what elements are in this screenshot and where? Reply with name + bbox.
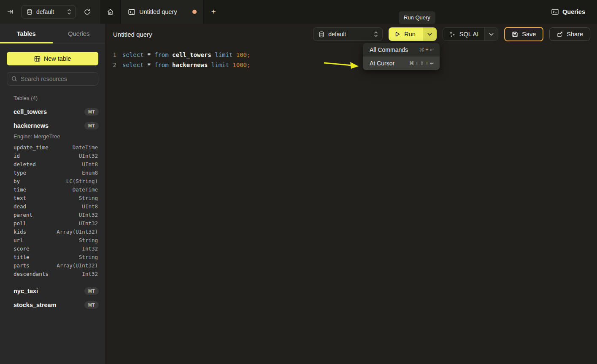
- column-row[interactable]: pollUInt32: [0, 219, 105, 227]
- column-row[interactable]: deletedUInt8: [0, 160, 105, 168]
- queries-button[interactable]: Queries: [551, 0, 585, 24]
- sidebar: Tables Queries New table Tables (4) cell…: [0, 24, 105, 364]
- menu-item-shortcut: ⌘ + ↵: [419, 47, 434, 53]
- sidebar-tab-tables[interactable]: Tables: [0, 24, 53, 43]
- sql-ai-caret[interactable]: [484, 28, 498, 40]
- column-row[interactable]: urlString: [0, 236, 105, 244]
- new-tab-button[interactable]: +: [204, 0, 223, 24]
- search-resources-input[interactable]: [21, 75, 97, 82]
- chevron-updown-icon: [374, 31, 378, 37]
- engine-label: Engine: MergeTree: [0, 132, 105, 143]
- menu-item-label: At Cursor: [370, 60, 394, 67]
- sql-editor[interactable]: 1 select * from cell_towers limit 100; 2…: [105, 45, 597, 364]
- column-row[interactable]: titleString: [0, 253, 105, 261]
- database-icon: [319, 31, 324, 38]
- menu-item-all-commands[interactable]: All Commands ⌘ + ↵: [363, 43, 440, 57]
- play-icon: [394, 31, 400, 37]
- column-row[interactable]: kidsArray(UInt32): [0, 227, 105, 236]
- app-window: default Untitled query +: [0, 0, 597, 364]
- sql-ai-split-button: SQL AI: [443, 27, 498, 41]
- search-icon: [11, 76, 17, 82]
- run-query-tooltip: Run Query: [399, 11, 435, 24]
- engine-badge: MT: [84, 287, 99, 295]
- run-button[interactable]: Run: [389, 27, 423, 41]
- database-selector-value: default: [328, 31, 370, 38]
- top-bar-left: default: [0, 0, 100, 24]
- save-button[interactable]: Save: [504, 27, 543, 41]
- refresh-icon[interactable]: [84, 8, 91, 16]
- column-row[interactable]: descendantsInt32: [0, 270, 105, 278]
- tab-untitled-query[interactable]: Untitled query: [120, 0, 204, 24]
- main-area: Tables Queries New table Tables (4) cell…: [0, 24, 597, 364]
- table-row-stocks-stream[interactable]: stocks_stream MT: [0, 298, 105, 312]
- table-row-hackernews[interactable]: hackernews MT: [0, 119, 105, 132]
- column-row[interactable]: update_timeDateTime: [0, 143, 105, 151]
- column-row[interactable]: textString: [0, 194, 105, 202]
- database-selector-topbar[interactable]: default: [21, 5, 76, 19]
- column-row[interactable]: idUInt32: [0, 151, 105, 160]
- sparkles-icon: [449, 31, 456, 38]
- new-table-button[interactable]: New table: [7, 52, 98, 65]
- run-split-button: Run: [389, 27, 437, 41]
- code-line[interactable]: 2 select * from hackernews limit 1000;: [105, 60, 597, 70]
- line-number: 2: [105, 60, 116, 70]
- tab-label: Untitled query: [139, 8, 177, 15]
- sql-ai-button[interactable]: SQL AI: [443, 28, 484, 40]
- unsaved-changes-dot: [192, 10, 197, 14]
- queries-button-label: Queries: [562, 8, 585, 15]
- menu-item-at-cursor[interactable]: At Cursor ⌘ + ⇧ + ↵: [363, 57, 440, 70]
- sidebar-tab-queries[interactable]: Queries: [53, 24, 105, 43]
- run-button-label: Run: [404, 31, 416, 38]
- table-row-cell-towers[interactable]: cell_towers MT: [0, 105, 105, 119]
- code-text: select * from cell_towers limit 100;: [116, 50, 251, 60]
- home-tab[interactable]: [100, 0, 120, 24]
- code-text: select * from hackernews limit 1000;: [116, 60, 250, 70]
- menu-item-shortcut: ⌘ + ⇧ + ↵: [409, 60, 434, 66]
- top-bar: default Untitled query +: [0, 0, 597, 24]
- column-row[interactable]: typeEnum8: [0, 168, 105, 177]
- search-resources-box: [7, 72, 98, 86]
- save-icon: [512, 31, 518, 38]
- share-button[interactable]: Share: [549, 27, 590, 41]
- sql-ai-label: SQL AI: [459, 31, 478, 38]
- menu-item-label: All Commands: [370, 46, 408, 53]
- engine-badge: MT: [84, 108, 99, 116]
- database-selector-value: default: [36, 8, 63, 15]
- database-selector-toolbar[interactable]: default: [313, 27, 383, 41]
- terminal-icon: [128, 9, 135, 15]
- table-row-nyc-taxi[interactable]: nyc_taxi MT: [0, 284, 105, 298]
- column-row[interactable]: byLC(String): [0, 177, 105, 185]
- code-line[interactable]: 1 select * from cell_towers limit 100;: [105, 50, 597, 60]
- query-pane: Untitled query default Run: [105, 24, 597, 364]
- column-row[interactable]: parentUInt32: [0, 210, 105, 219]
- engine-badge: MT: [84, 122, 99, 129]
- query-title: Untitled query: [113, 31, 152, 38]
- new-table-label: New table: [44, 55, 71, 62]
- tab-strip: Untitled query + Queries: [100, 0, 597, 24]
- column-row[interactable]: deadUInt8: [0, 202, 105, 210]
- sidebar-tabs: Tables Queries: [0, 24, 105, 44]
- line-number: 1: [105, 50, 116, 60]
- tables-section-header: Tables (4): [14, 95, 105, 101]
- share-icon: [556, 31, 563, 38]
- engine-badge: MT: [84, 301, 99, 309]
- query-toolbar: Untitled query default Run: [105, 24, 597, 45]
- share-button-label: Share: [567, 31, 583, 38]
- column-row[interactable]: partsArray(UInt32): [0, 261, 105, 270]
- column-row[interactable]: scoreInt32: [0, 244, 105, 253]
- save-button-label: Save: [522, 31, 536, 38]
- table-icon: [34, 56, 41, 62]
- chevron-updown-icon: [67, 9, 71, 15]
- run-options-caret[interactable]: [423, 27, 437, 41]
- database-icon: [27, 9, 32, 15]
- run-options-menu: All Commands ⌘ + ↵ At Cursor ⌘ + ⇧ + ↵: [363, 43, 440, 70]
- collapse-sidebar-icon[interactable]: [7, 8, 14, 15]
- terminal-icon: [551, 8, 559, 15]
- column-row[interactable]: timeDateTime: [0, 185, 105, 194]
